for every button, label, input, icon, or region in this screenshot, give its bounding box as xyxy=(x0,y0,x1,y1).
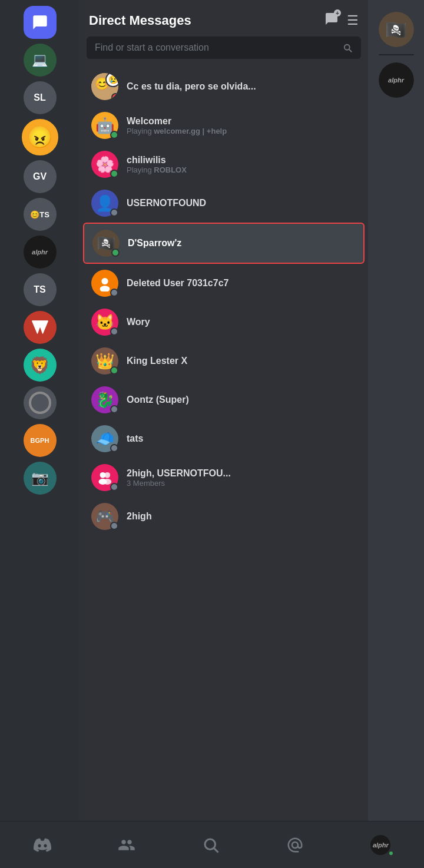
dm-info-8: Oontz (Super) xyxy=(127,395,356,405)
dm-name-5: Deleted User 7031c7c7 xyxy=(127,278,356,289)
sidebar-item-code[interactable]: 💻 xyxy=(24,44,57,77)
avatar-4: 🏴‍☠️ xyxy=(92,230,120,257)
dm-name-wory: Wory xyxy=(127,317,356,327)
dm-item-3[interactable]: 👤 USERNOTFOUND xyxy=(83,184,365,223)
profile-avatar: alphr xyxy=(370,835,390,855)
right-panel: 🏴‍☠️ alphr xyxy=(368,0,424,868)
sidebar-item-sl[interactable]: SL xyxy=(24,81,57,114)
dm-title: Direct Messages xyxy=(89,13,191,28)
dm-item-8[interactable]: 🐉 Oontz (Super) xyxy=(83,380,365,419)
nav-item-friends[interactable] xyxy=(108,831,145,859)
menu-icon[interactable]: ☰ xyxy=(347,13,359,28)
dm-name-10: 2high, USERNOTFOU... xyxy=(127,468,356,479)
right-avatar-pirate[interactable]: 🏴‍☠️ xyxy=(379,12,414,47)
svg-point-5 xyxy=(104,472,110,478)
dm-info-0: Cc es tu dia, pero se olvida... xyxy=(127,81,356,92)
avatar-6: 🐱 xyxy=(91,309,118,336)
new-dm-icon[interactable]: + xyxy=(324,12,339,29)
dm-item-5[interactable]: Deleted User 7031c7c7 xyxy=(83,264,365,303)
discord-icon xyxy=(34,836,51,854)
avatar-7: 👑 xyxy=(91,347,118,375)
nav-item-mentions[interactable] xyxy=(277,831,313,859)
dm-status-10: 3 Members xyxy=(127,479,356,488)
sidebar-item-circle[interactable] xyxy=(24,386,57,419)
mentions-icon xyxy=(286,836,304,854)
sidebar-item-gv[interactable]: GV xyxy=(24,160,57,193)
dm-name-dsparrowz: D'Sparrow'z xyxy=(128,238,355,249)
sidebar-item-camera[interactable]: 📷 xyxy=(24,462,57,495)
dm-name-1: Welcomer xyxy=(127,116,356,127)
dm-item-1[interactable]: 🤖 Welcomer Playing welcomer.gg | +help xyxy=(83,106,365,145)
avatar-11: 🎮 xyxy=(91,503,118,530)
dm-item-wory[interactable]: 🐱 Wory xyxy=(83,303,365,342)
avatar-5 xyxy=(91,270,118,297)
sidebar-item-dm[interactable] xyxy=(24,6,57,39)
online-badge xyxy=(388,850,394,856)
nav-item-search[interactable] xyxy=(193,831,229,859)
dm-header: Direct Messages + ☰ xyxy=(80,0,368,37)
right-avatar-alphr[interactable]: alphr xyxy=(379,62,414,98)
avatar-2: 🌸 xyxy=(91,151,118,178)
nav-item-discord[interactable] xyxy=(24,831,61,859)
sidebar-item-bgph[interactable]: BGPH xyxy=(24,424,57,457)
dm-name-8: Oontz (Super) xyxy=(127,395,356,405)
friends-icon xyxy=(118,836,135,854)
dm-name-9: tats xyxy=(127,433,356,444)
avatar-8: 🐉 xyxy=(91,386,118,413)
dm-header-icons: + ☰ xyxy=(324,12,359,29)
search-input[interactable] xyxy=(95,42,337,53)
dm-info-4: D'Sparrow'z xyxy=(128,238,355,249)
avatar-0: 😊 😢 xyxy=(91,73,118,100)
dm-info-10: 2high, USERNOTFOU... 3 Members xyxy=(127,468,356,488)
avatar-3: 👤 xyxy=(91,190,118,217)
dm-item-0[interactable]: 😊 😢 Cc es tu dia, pero se olvida... xyxy=(83,67,365,106)
svg-point-7 xyxy=(103,479,111,485)
dm-info-11: 2high xyxy=(127,511,356,522)
nav-item-profile[interactable]: alphr xyxy=(361,830,400,860)
dm-name-0: Cc es tu dia, pero se olvida... xyxy=(127,81,356,92)
dm-status-2: Playing ROBLOX xyxy=(127,165,356,174)
dm-info-3: USERNOTFOUND xyxy=(127,198,356,208)
dm-name-7: King Lester X xyxy=(127,356,356,366)
sidebar-item-redw[interactable] xyxy=(24,311,57,344)
avatar-10 xyxy=(91,464,118,491)
dm-status-1: Playing welcomer.gg | +help xyxy=(127,127,356,135)
svg-point-2 xyxy=(101,278,108,284)
search-bar[interactable] xyxy=(87,37,361,59)
dm-name-2: chiliwilis xyxy=(127,155,356,165)
sidebar-item-emoji[interactable]: 😠 xyxy=(22,119,58,155)
dm-info-9: tats xyxy=(127,433,356,444)
dm-item-7[interactable]: 👑 King Lester X xyxy=(83,342,365,380)
search-icon xyxy=(342,42,353,53)
sidebar-item-ts[interactable]: TS xyxy=(24,273,57,306)
svg-point-3 xyxy=(100,286,110,291)
sidebar-item-alphr[interactable]: alphr xyxy=(24,236,57,269)
sidebar: 💻 SL 😠 GV 😊TS alphr TS 🦁 BGPH xyxy=(0,0,80,868)
svg-marker-0 xyxy=(32,321,48,334)
dm-name-3: USERNOTFOUND xyxy=(127,198,356,208)
dm-item-11[interactable]: 🎮 2high xyxy=(83,497,365,536)
dm-info-7: King Lester X xyxy=(127,356,356,366)
dm-list: 😊 😢 Cc es tu dia, pero se olvida... 🤖 xyxy=(80,65,368,868)
dm-info-5: Deleted User 7031c7c7 xyxy=(127,278,356,289)
search-nav-icon xyxy=(202,836,220,854)
dm-item-9[interactable]: 🧢 tats xyxy=(83,419,365,458)
svg-line-9 xyxy=(214,848,218,852)
svg-point-8 xyxy=(205,839,216,850)
dm-info-6: Wory xyxy=(127,317,356,327)
right-divider-1 xyxy=(379,54,414,55)
dm-name-11: 2high xyxy=(127,511,356,522)
sidebar-item-emojits[interactable]: 😊TS xyxy=(24,198,57,231)
dm-item-2[interactable]: 🌸 chiliwilis Playing ROBLOX xyxy=(83,145,365,184)
dm-info-2: chiliwilis Playing ROBLOX xyxy=(127,155,356,174)
dm-panel: Direct Messages + ☰ 😊 xyxy=(80,0,368,868)
sidebar-item-teallion[interactable]: 🦁 xyxy=(24,349,57,382)
dm-info-1: Welcomer Playing welcomer.gg | +help xyxy=(127,116,356,135)
avatar-1: 🤖 xyxy=(91,112,118,139)
dm-item-dsparrowz[interactable]: 🏴‍☠️ D'Sparrow'z xyxy=(83,223,365,264)
bottom-nav: alphr xyxy=(0,821,424,868)
dm-item-10[interactable]: 2high, USERNOTFOU... 3 Members xyxy=(83,458,365,497)
avatar-9: 🧢 xyxy=(91,425,118,452)
